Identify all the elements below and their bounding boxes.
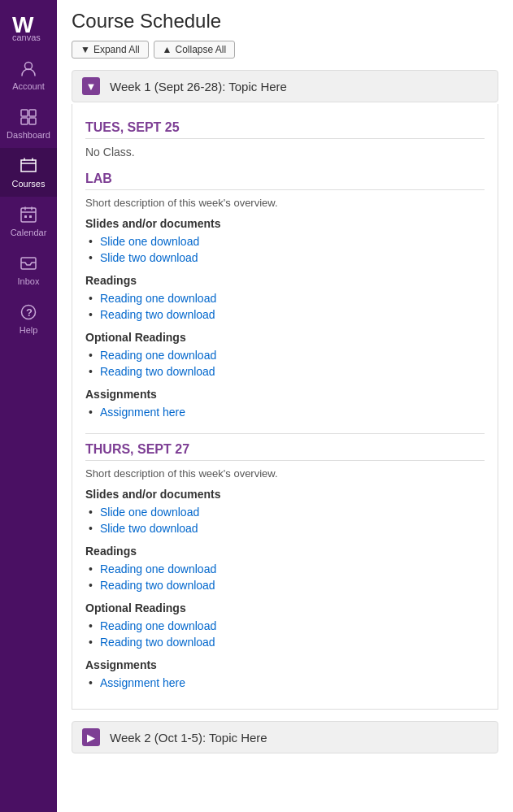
list-item: Reading one download: [85, 618, 485, 634]
list-item: Reading one download: [85, 290, 485, 306]
week2-header[interactable]: ▶ Week 2 (Oct 1-5): Topic Here: [72, 721, 498, 753]
slides-title-thurs: Slides and/or documents: [85, 488, 485, 501]
svg-rect-8: [24, 215, 27, 218]
sidebar-item-dashboard[interactable]: Dashboard: [0, 99, 57, 148]
svg-point-2: [25, 63, 33, 70]
day-heading-tues: TUES, SEPT 25: [85, 120, 485, 139]
week1-content: TUES, SEPT 25 No Class. LAB Short descri…: [72, 104, 498, 710]
slide-link[interactable]: Slide two download: [100, 251, 198, 264]
inbox-icon: [19, 254, 38, 273]
optional-reading-link[interactable]: Reading one download: [100, 349, 216, 362]
list-item: Reading two download: [85, 634, 485, 650]
list-item: Reading two download: [85, 363, 485, 380]
assignment-link[interactable]: Assignment here: [100, 406, 185, 419]
expand-all-button[interactable]: ▼ Expand All: [72, 41, 149, 59]
svg-rect-7: [21, 208, 36, 222]
svg-rect-10: [21, 258, 36, 269]
list-item: Slide one download: [85, 233, 485, 250]
sidebar-item-inbox[interactable]: Inbox: [0, 245, 57, 294]
slide-link[interactable]: Slide two download: [100, 522, 198, 535]
assignments-list-lab: Assignment here: [85, 404, 485, 420]
optional-reading-link[interactable]: Reading two download: [100, 365, 215, 378]
assignments-list-thurs: Assignment here: [85, 675, 485, 691]
optional-readings-title-lab: Optional Readings: [85, 331, 485, 344]
week1-title: Week 1 (Sept 26-28): Topic Here: [110, 80, 287, 93]
week2-toggle: ▶: [82, 728, 100, 746]
assignments-title-thurs: Assignments: [85, 658, 485, 671]
svg-rect-9: [29, 215, 32, 218]
readings-list-lab: Reading one download Reading two downloa…: [85, 290, 485, 323]
slides-list-lab: Slide one download Slide two download: [85, 233, 485, 266]
optional-reading-link[interactable]: Reading two download: [100, 636, 215, 649]
day-separator: [85, 433, 485, 434]
list-item: Slide one download: [85, 504, 485, 520]
slides-list-thurs: Slide one download Slide two download: [85, 504, 485, 536]
lab-description: Short description of this week's overvie…: [85, 197, 485, 209]
list-item: Reading one download: [85, 561, 485, 577]
sidebar-dashboard-label: Dashboard: [7, 130, 50, 140]
list-item: Reading two download: [85, 577, 485, 593]
list-item: Reading two download: [85, 306, 485, 323]
optional-readings-list-thurs: Reading one download Reading two downloa…: [85, 618, 485, 650]
assignment-link[interactable]: Assignment here: [100, 676, 185, 689]
expand-all-label: Expand All: [93, 44, 140, 55]
help-icon: ?: [19, 302, 38, 322]
readings-title-thurs: Readings: [85, 545, 485, 558]
reading-link[interactable]: Reading one download: [100, 562, 216, 575]
svg-rect-4: [29, 110, 36, 116]
sidebar-help-label: Help: [20, 325, 38, 335]
reading-link[interactable]: Reading two download: [100, 308, 215, 321]
list-item: Slide two download: [85, 250, 485, 266]
optional-reading-link[interactable]: Reading one download: [100, 619, 216, 632]
svg-text:?: ?: [26, 306, 33, 319]
expand-icon: ▼: [80, 44, 90, 55]
sidebar-inbox-label: Inbox: [18, 276, 40, 286]
slides-title-lab: Slides and/or documents: [85, 217, 485, 230]
optional-readings-title-thurs: Optional Readings: [85, 601, 485, 614]
main-content: Course Schedule ▼ Expand All ▲ Collapse …: [57, 0, 513, 812]
svg-text:canvas: canvas: [12, 33, 41, 41]
day-heading-lab: LAB: [85, 172, 485, 190]
sidebar-item-account[interactable]: Account: [0, 50, 57, 99]
sidebar-item-help[interactable]: ? Help: [0, 294, 57, 343]
slide-link[interactable]: Slide one download: [100, 506, 199, 519]
readings-list-thurs: Reading one download Reading two downloa…: [85, 561, 485, 593]
toolbar: ▼ Expand All ▲ Collapse All: [72, 41, 498, 59]
sidebar: W canvas Account Dashboard: [0, 0, 57, 812]
list-item: Assignment here: [85, 675, 485, 691]
svg-rect-6: [29, 118, 36, 124]
canvas-logo[interactable]: W canvas: [0, 0, 57, 50]
dashboard-icon: [19, 107, 38, 127]
account-icon: [19, 59, 38, 78]
collapse-all-button[interactable]: ▲ Collapse All: [154, 41, 236, 59]
optional-readings-list-lab: Reading one download Reading two downloa…: [85, 347, 485, 380]
courses-icon: [19, 156, 38, 176]
collapse-all-label: Collapse All: [176, 44, 227, 55]
sidebar-courses-label: Courses: [12, 179, 46, 189]
assignments-title-lab: Assignments: [85, 388, 485, 401]
no-class-text: No Class.: [85, 145, 485, 158]
list-item: Assignment here: [85, 404, 485, 420]
list-item: Reading one download: [85, 347, 485, 363]
reading-link[interactable]: Reading two download: [100, 579, 215, 592]
sidebar-calendar-label: Calendar: [11, 228, 47, 237]
sidebar-item-courses[interactable]: Courses: [0, 148, 57, 197]
reading-link[interactable]: Reading one download: [100, 292, 216, 305]
svg-rect-3: [21, 110, 28, 116]
slide-link[interactable]: Slide one download: [100, 235, 199, 248]
day-heading-thurs: THURS, SEPT 27: [85, 442, 485, 461]
list-item: Slide two download: [85, 520, 485, 536]
page-title: Course Schedule: [72, 10, 498, 33]
sidebar-account-label: Account: [12, 81, 45, 91]
week1-toggle: ▼: [82, 77, 100, 95]
readings-title-lab: Readings: [85, 274, 485, 287]
svg-rect-5: [21, 118, 28, 124]
thurs-description: Short description of this week's overvie…: [85, 467, 485, 480]
sidebar-item-calendar[interactable]: Calendar: [0, 197, 57, 245]
collapse-icon: ▲: [163, 44, 172, 55]
calendar-icon: [19, 205, 38, 224]
week2-title: Week 2 (Oct 1-5): Topic Here: [110, 731, 267, 745]
week1-header[interactable]: ▼ Week 1 (Sept 26-28): Topic Here: [72, 70, 498, 102]
